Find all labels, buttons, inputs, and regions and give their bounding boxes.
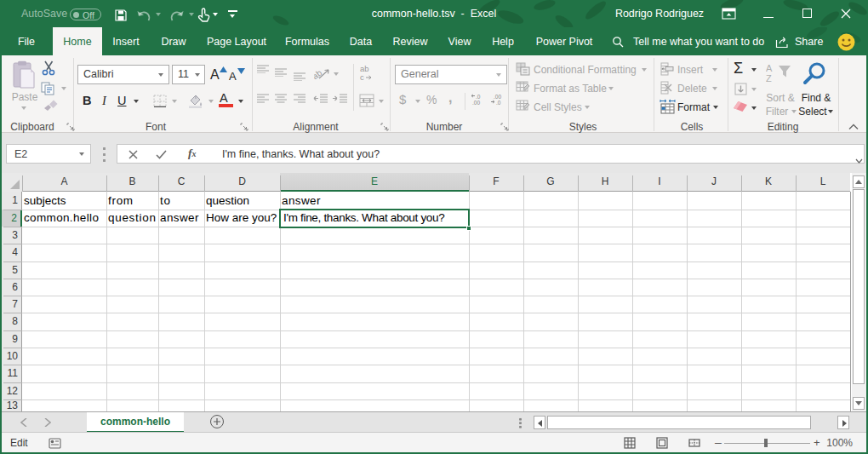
svg-text:ab: ab	[314, 67, 324, 81]
svg-text:c: c	[360, 72, 364, 81]
svg-text:A: A	[766, 63, 773, 73]
svg-text:.0: .0	[496, 100, 501, 106]
svg-text:Z: Z	[766, 73, 772, 83]
svg-text:.00: .00	[472, 100, 480, 106]
